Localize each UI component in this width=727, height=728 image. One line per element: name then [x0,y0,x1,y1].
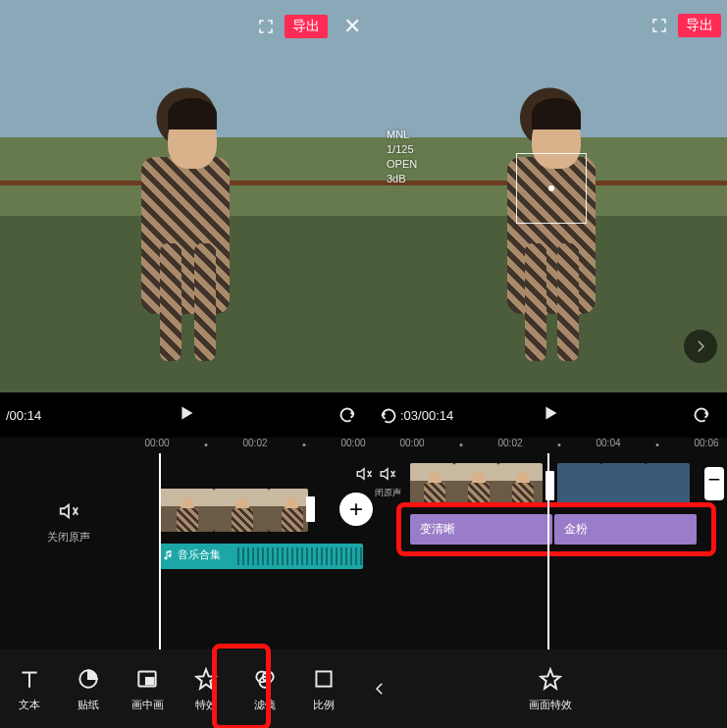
text-tool[interactable]: 文本 [0,666,59,712]
clip-thumb[interactable] [601,463,646,506]
filter-tool[interactable]: 滤镜 [235,666,294,712]
clip-thumb[interactable] [454,463,498,506]
effects-tool[interactable]: 特效 [177,666,235,712]
play-button[interactable] [176,402,197,428]
ruler-tick: 00:06 [694,438,718,448]
focus-box[interactable] [516,153,587,224]
timecode: /00:14 [0,408,41,423]
pip-tool[interactable]: 画中画 [118,666,177,712]
clip-thumb[interactable] [159,489,214,532]
volume-off-icon[interactable] [58,500,79,522]
redo-arrow-icon[interactable] [379,405,400,431]
effect-clarity[interactable]: 变清晰 [410,514,552,545]
transition-handle[interactable] [306,496,315,522]
playhead[interactable] [159,453,161,650]
clip-thumb[interactable] [646,463,690,506]
clip-thumb[interactable] [410,463,454,506]
fullscreen-icon[interactable] [650,17,668,34]
bottom-toolbar: 文本 贴纸 画中画 特效 滤镜 比例 [0,650,373,728]
clip-thumb[interactable] [269,489,308,532]
mute-original-label: 关闭原声 [0,530,137,545]
ruler-tick: 00:02 [242,438,267,448]
ruler-dot [303,443,306,446]
camera-meta: MNL 1/125 OPEN 3dB [387,128,417,185]
playhead[interactable] [547,453,549,650]
clip-thumb[interactable] [214,489,269,532]
ruler-tick: 00:00 [340,438,365,448]
canvas-effects-tool[interactable]: 画面特效 [521,666,580,712]
end-handle[interactable]: − [704,467,724,500]
preview-right[interactable]: 导出 MNL 1/125 OPEN 3dB [373,0,727,392]
undo-button[interactable] [690,404,711,430]
sticker-tool[interactable]: 贴纸 [59,666,118,712]
clip-thumb[interactable] [557,463,601,506]
ruler-tick: 00:04 [596,438,620,448]
undo-button[interactable] [336,404,357,430]
ruler-tick: 00:00 [144,438,169,448]
close-button[interactable]: ✕ [338,14,367,39]
play-button[interactable] [540,402,561,428]
ruler-tick: 00:02 [497,438,522,448]
add-clip-button[interactable]: + [339,493,373,526]
export-button[interactable]: 导出 [285,15,328,38]
effect-gold-dust[interactable]: 金粉 [554,514,697,545]
audio-label: 音乐合集 [178,547,221,562]
bottom-toolbar: 画面特效 [373,650,727,728]
ratio-tool[interactable]: 比例 [294,666,353,712]
volume-off-icon[interactable]: 闭原声 [371,465,404,499]
clip-thumb[interactable] [498,463,543,506]
ruler-tick: 00:00 [399,438,424,448]
next-button[interactable] [684,330,717,363]
preview-left[interactable]: 导出 ✕ [0,0,373,392]
ruler-dot [205,443,208,446]
svg-rect-2 [146,677,154,684]
audio-track[interactable]: 音乐合集 [159,544,363,569]
fullscreen-icon[interactable] [257,18,275,35]
svg-rect-6 [316,671,331,686]
export-button[interactable]: 导出 [678,14,721,37]
music-note-icon [163,549,175,561]
toolbar-back-button[interactable] [368,669,391,708]
